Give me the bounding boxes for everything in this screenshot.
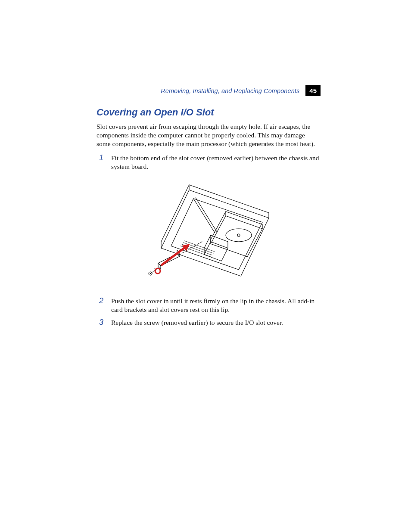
figure: [97, 177, 321, 289]
svg-marker-1: [171, 199, 262, 270]
chassis-illustration: [137, 177, 280, 289]
page-number-box: 45: [305, 85, 321, 96]
svg-point-3: [226, 229, 252, 242]
step-item: Replace the screw (removed earlier) to s…: [97, 318, 321, 327]
content-area: Covering an Open I/O Slot Slot covers pr…: [97, 107, 321, 331]
step-item: Fit the bottom end of the slot cover (re…: [97, 154, 321, 171]
section-heading: Covering an Open I/O Slot: [97, 107, 321, 118]
running-header: Removing, Installing, and Replacing Comp…: [161, 85, 321, 96]
svg-point-20: [155, 268, 160, 274]
steps-list-continued: Push the slot cover in until it rests fi…: [97, 297, 321, 327]
running-title: Removing, Installing, and Replacing Comp…: [161, 87, 299, 94]
step-item: Push the slot cover in until it rests fi…: [97, 297, 321, 314]
svg-point-4: [237, 234, 240, 236]
page: Removing, Installing, and Replacing Comp…: [0, 0, 411, 532]
header-rule: [97, 82, 321, 82]
intro-paragraph: Slot covers prevent air from escaping th…: [97, 122, 321, 148]
svg-marker-2: [211, 216, 262, 257]
steps-list: Fit the bottom end of the slot cover (re…: [97, 154, 321, 171]
svg-line-9: [184, 241, 215, 252]
